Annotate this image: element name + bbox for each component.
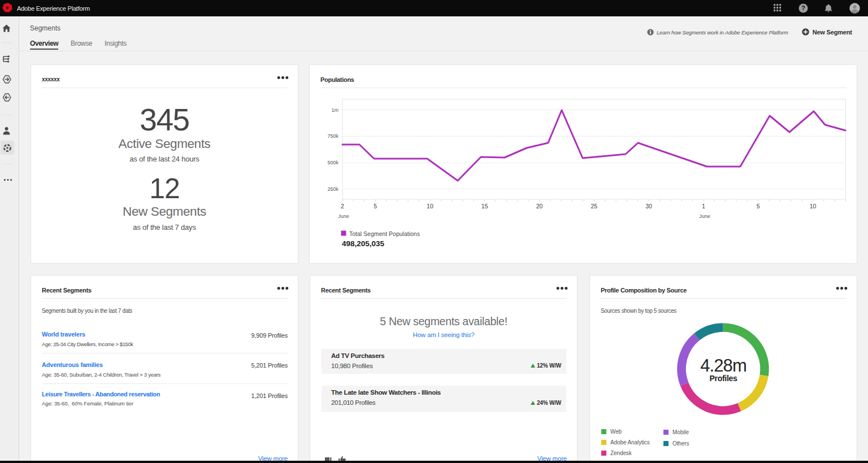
- svg-text:498,205,035: 498,205,035: [342, 239, 385, 248]
- svg-text:10: 10: [810, 203, 817, 209]
- svg-text:10: 10: [427, 203, 433, 209]
- svg-text:June: June: [338, 213, 349, 219]
- svg-text:5: 5: [374, 203, 377, 209]
- svg-text:15: 15: [481, 203, 488, 209]
- svg-text:20: 20: [536, 203, 543, 209]
- svg-text:June: June: [699, 213, 710, 219]
- svg-text:2: 2: [341, 203, 344, 209]
- svg-text:1: 1: [702, 203, 705, 209]
- svg-text:1m: 1m: [331, 107, 338, 113]
- svg-text:25: 25: [591, 203, 597, 209]
- svg-text:?: ?: [801, 5, 805, 11]
- svg-text:Total Segment Populations: Total Segment Populations: [349, 230, 420, 237]
- svg-text:30: 30: [645, 203, 652, 209]
- svg-text:500k: 500k: [327, 160, 338, 165]
- svg-text:250k: 250k: [327, 186, 338, 192]
- svg-text:750k: 750k: [327, 133, 338, 139]
- svg-text:5: 5: [757, 203, 760, 209]
